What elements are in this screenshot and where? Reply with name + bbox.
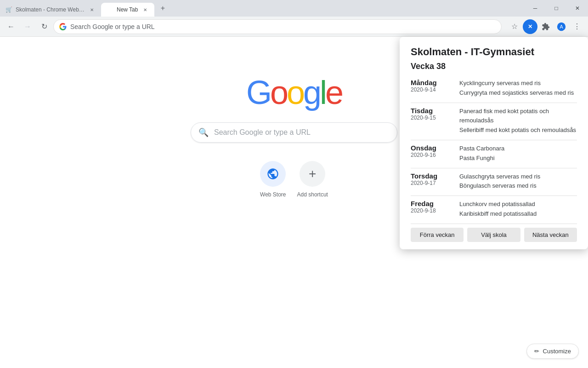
webstore-icon-circle bbox=[260, 161, 286, 187]
maximize-button[interactable]: □ bbox=[546, 0, 567, 17]
title-bar: 🛒 Skolmaten - Chrome Web St... ✕ New Tab… bbox=[0, 0, 588, 17]
meal-item: Karibiskbiff med potatissallad bbox=[459, 209, 577, 219]
day-label-block: Onsdag 2020-9-16 bbox=[411, 144, 452, 158]
day-label-block: Måndag 2020-9-14 bbox=[411, 79, 452, 93]
extensions-puzzle-icon[interactable] bbox=[538, 19, 553, 34]
webstore-icon-svg bbox=[266, 167, 279, 180]
next-week-button[interactable]: Nästa veckan bbox=[524, 228, 577, 242]
day-meals: Gulaschgryta serveras med risBöngulasch … bbox=[459, 172, 577, 191]
tab-close-skolmaten[interactable]: ✕ bbox=[88, 6, 96, 13]
day-date: 2020-9-18 bbox=[411, 207, 452, 214]
tab-title-newtab: New Tab bbox=[117, 6, 138, 13]
logo-o2: o bbox=[287, 74, 303, 111]
window-controls: ─ □ ✕ bbox=[525, 0, 588, 17]
logo-e: e bbox=[325, 74, 342, 111]
day-label-block: Torsdag 2020-9-17 bbox=[411, 172, 452, 186]
day-divider bbox=[411, 168, 577, 168]
day-row: Onsdag 2020-9-16 Pasta CarbonaraPasta Fu… bbox=[411, 144, 577, 163]
tab-title-skolmaten: Skolmaten - Chrome Web St... bbox=[16, 6, 85, 13]
new-tab-button[interactable]: + bbox=[156, 2, 169, 15]
day-date: 2020-9-14 bbox=[411, 86, 452, 93]
bookmark-star-icon[interactable]: ☆ bbox=[507, 19, 522, 34]
back-button[interactable]: ← bbox=[4, 19, 18, 34]
refresh-button[interactable]: ↻ bbox=[37, 19, 51, 34]
meal-item: Currygryta med sojasticks serveras med r… bbox=[459, 88, 577, 98]
day-meals: Panerad fisk med kokt potatis och remoul… bbox=[459, 107, 577, 135]
popup-navigation-buttons: Förra veckan Välj skola Nästa veckan bbox=[411, 224, 577, 242]
minimize-button[interactable]: ─ bbox=[525, 0, 546, 17]
customize-label: Customize bbox=[543, 348, 571, 355]
customize-button[interactable]: ✏ Customize bbox=[526, 344, 579, 359]
omnibox[interactable]: Search Google or type a URL bbox=[53, 19, 502, 34]
day-meals: Pasta CarbonaraPasta Funghi bbox=[459, 144, 577, 163]
day-divider bbox=[411, 103, 577, 103]
search-icon: 🔍 bbox=[198, 127, 209, 138]
tab-skolmaten[interactable]: 🛒 Skolmaten - Chrome Web St... ✕ bbox=[0, 3, 101, 17]
tab-newtab[interactable]: New Tab ✕ bbox=[101, 3, 154, 17]
day-row: Fredag 2020-9-18 Lunchkorv med potatissa… bbox=[411, 200, 577, 219]
popup-week: Vecka 38 bbox=[411, 62, 577, 71]
extension-x-icon[interactable]: ✕ bbox=[523, 19, 537, 34]
svg-text:A: A bbox=[560, 24, 563, 29]
meal-item: Pasta Carbonara bbox=[459, 144, 577, 154]
meal-item: Kycklingcurry serveras med ris bbox=[459, 79, 577, 88]
avatar-svg: A bbox=[557, 22, 566, 31]
google-g-icon bbox=[59, 23, 67, 30]
skolmaten-popup: Skolmaten - IT-Gymnasiet Vecka 38 Måndag… bbox=[400, 37, 588, 249]
add-shortcut-button[interactable]: + Add shortcut bbox=[297, 161, 328, 198]
day-date: 2020-9-15 bbox=[411, 115, 452, 121]
prev-week-button[interactable]: Förra veckan bbox=[411, 228, 464, 242]
day-meals: Kycklingcurry serveras med risCurrygryta… bbox=[459, 79, 577, 98]
google-logo: Google bbox=[246, 74, 342, 111]
day-label-block: Tisdag 2020-9-15 bbox=[411, 107, 452, 121]
day-name: Måndag bbox=[411, 79, 452, 86]
day-label-block: Fredag 2020-9-18 bbox=[411, 200, 452, 214]
tab-favicon-newtab bbox=[107, 6, 113, 13]
add-shortcut-label: Add shortcut bbox=[297, 191, 328, 198]
quick-access-section: Web Store + Add shortcut bbox=[260, 161, 328, 198]
day-divider bbox=[411, 140, 577, 140]
day-meals: Lunchkorv med potatissalladKaribiskbiff … bbox=[459, 200, 577, 219]
close-button[interactable]: ✕ bbox=[567, 0, 588, 17]
day-rows-container: Måndag 2020-9-14 Kycklingcurry serveras … bbox=[411, 79, 577, 219]
google-search-box[interactable]: 🔍 Search Google or type a URL bbox=[191, 122, 397, 143]
omnibox-text: Search Google or type a URL bbox=[70, 23, 496, 30]
logo-G: G bbox=[246, 74, 270, 111]
customize-icon: ✏ bbox=[534, 348, 539, 355]
toolbar-icons: ☆ ✕ A ⋮ bbox=[503, 19, 584, 34]
logo-l: l bbox=[320, 74, 325, 111]
page-content: Google 🔍 Search Google or type a URL Web… bbox=[0, 37, 588, 368]
puzzle-svg bbox=[542, 23, 550, 31]
day-row: Måndag 2020-9-14 Kycklingcurry serveras … bbox=[411, 79, 577, 98]
day-name: Torsdag bbox=[411, 172, 452, 180]
day-row: Tisdag 2020-9-15 Panerad fisk med kokt p… bbox=[411, 107, 577, 135]
webstore-label: Web Store bbox=[260, 191, 286, 198]
forward-button[interactable]: → bbox=[20, 19, 35, 34]
day-name: Fredag bbox=[411, 200, 452, 207]
day-name: Onsdag bbox=[411, 144, 452, 152]
search-placeholder: Search Google or type a URL bbox=[214, 128, 311, 137]
tab-favicon-skolmaten: 🛒 bbox=[6, 6, 12, 13]
meal-item: Böngulasch serveras med ris bbox=[459, 181, 577, 191]
meal-item: Selleribiff med kokt potatis och remoula… bbox=[459, 126, 577, 135]
day-divider bbox=[411, 196, 577, 196]
navigation-bar: ← → ↻ Search Google or type a URL ☆ ✕ A … bbox=[0, 17, 588, 37]
logo-g: g bbox=[303, 74, 320, 111]
logo-o1: o bbox=[270, 74, 287, 111]
popup-title: Skolmaten - IT-Gymnasiet bbox=[411, 46, 577, 58]
meal-item: Pasta Funghi bbox=[459, 154, 577, 163]
webstore-shortcut[interactable]: Web Store bbox=[260, 161, 286, 198]
day-row: Torsdag 2020-9-17 Gulaschgryta serveras … bbox=[411, 172, 577, 191]
profile-avatar-icon[interactable]: A bbox=[554, 19, 569, 34]
day-date: 2020-9-17 bbox=[411, 180, 452, 186]
meal-item: Panerad fisk med kokt potatis och remoul… bbox=[459, 107, 577, 126]
choose-school-button[interactable]: Välj skola bbox=[467, 228, 520, 242]
add-shortcut-icon-circle: + bbox=[300, 161, 325, 187]
tab-close-newtab[interactable]: ✕ bbox=[141, 6, 149, 13]
meal-item: Gulaschgryta serveras med ris bbox=[459, 172, 577, 182]
day-name: Tisdag bbox=[411, 107, 452, 115]
chrome-menu-icon[interactable]: ⋮ bbox=[570, 19, 584, 34]
meal-item: Lunchkorv med potatissallad bbox=[459, 200, 577, 209]
day-date: 2020-9-16 bbox=[411, 152, 452, 158]
